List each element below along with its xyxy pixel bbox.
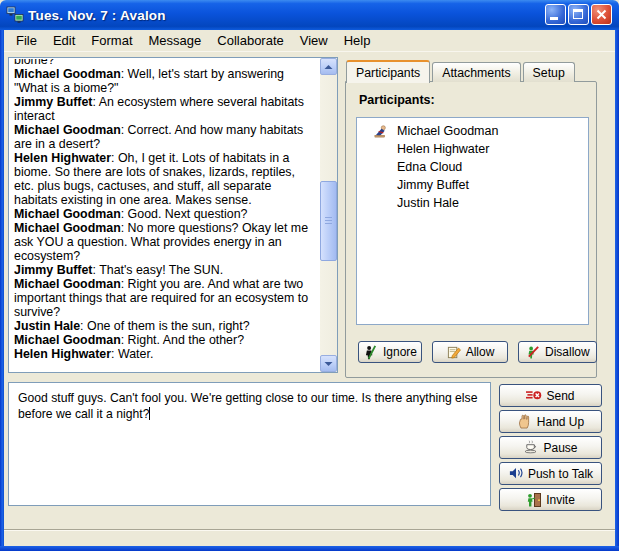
- scrollbar[interactable]: [320, 58, 337, 372]
- participant-row[interactable]: Michael Goodman: [357, 122, 588, 140]
- send-icon: [526, 388, 542, 403]
- message-author: Michael Goodman: [14, 277, 121, 291]
- message-text: One of them is the sun, right?: [87, 319, 250, 333]
- chat-message: Michael Goodman: No more questions? Okay…: [14, 221, 312, 263]
- window-frame-left: [0, 30, 4, 551]
- action-button[interactable]: Invite: [499, 488, 602, 511]
- participant-row[interactable]: Edna Cloud: [357, 158, 588, 176]
- action-button[interactable]: Hand Up: [499, 410, 602, 433]
- action-button[interactable]: Send: [499, 384, 602, 407]
- participant-name: Jimmy Buffet: [397, 178, 469, 192]
- moderation-button[interactable]: Allow: [432, 341, 508, 363]
- chat-message-list: Michael Goodman: Well, let's start by an…: [14, 67, 312, 361]
- button-label: Pause: [543, 441, 577, 455]
- menu-item[interactable]: Edit: [45, 31, 83, 50]
- titlebar[interactable]: Tues. Nov. 7 : Avalon: [0, 0, 619, 30]
- message-separator: :: [80, 319, 87, 333]
- chat-message-partial: biome?: [14, 59, 312, 67]
- message-author: Jimmy Buffet: [14, 95, 93, 109]
- participant-icon-cell: [373, 177, 397, 193]
- chat-message: Helen Highwater: Oh, I get it. Lots of h…: [14, 151, 312, 207]
- scroll-down-icon: [324, 361, 333, 367]
- message-separator: :: [111, 347, 118, 361]
- button-label: Allow: [466, 345, 495, 359]
- menu-item[interactable]: Format: [83, 31, 140, 50]
- menu-item[interactable]: File: [8, 31, 45, 50]
- message-author: Helen Highwater: [14, 347, 111, 361]
- action-buttons: Send Hand Up Pause Push to Talk: [499, 384, 602, 514]
- participant-name: Helen Highwater: [397, 142, 489, 156]
- message-author: Justin Hale: [14, 319, 80, 333]
- chat-message: Helen Highwater: Water.: [14, 347, 312, 361]
- minimize-button[interactable]: [545, 4, 566, 25]
- message-input-text: Good stuff guys. Can't fool you. We're g…: [18, 391, 477, 421]
- close-button[interactable]: [591, 4, 612, 25]
- allow-icon: [446, 345, 462, 360]
- message-input[interactable]: Good stuff guys. Can't fool you. We're g…: [8, 382, 491, 506]
- message-author: Michael Goodman: [14, 123, 121, 137]
- maximize-button[interactable]: [568, 4, 589, 25]
- participant-row[interactable]: Helen Highwater: [357, 140, 588, 158]
- message-author: Michael Goodman: [14, 333, 121, 347]
- scroll-up-icon: [324, 64, 333, 70]
- participant-name: Edna Cloud: [397, 160, 462, 174]
- menu-item[interactable]: View: [292, 31, 336, 50]
- menu-bar: File Edit Format Message Collaborate Vie…: [4, 30, 615, 52]
- message-text: Water.: [118, 347, 153, 361]
- message-separator: :: [121, 333, 128, 347]
- button-label: Ignore: [383, 345, 417, 359]
- message-separator: :: [111, 151, 118, 165]
- text-caret: [149, 407, 150, 420]
- chat-message: Michael Goodman: Correct. And how many h…: [14, 123, 312, 151]
- participant-row[interactable]: Justin Hale: [357, 194, 588, 212]
- participants-heading: Participants:: [359, 93, 435, 107]
- button-label: Send: [546, 389, 574, 403]
- window-title: Tues. Nov. 7 : Avalon: [28, 8, 166, 23]
- button-label: Push to Talk: [528, 467, 593, 481]
- scroll-up-button[interactable]: [320, 58, 337, 75]
- participants-list[interactable]: Michael Goodman Helen Highwater Edna Clo…: [356, 117, 589, 325]
- button-label: Disallow: [545, 345, 590, 359]
- moderation-button[interactable]: Ignore: [358, 341, 422, 363]
- tab[interactable]: Setup: [523, 62, 575, 82]
- message-author: Michael Goodman: [14, 221, 121, 235]
- scroll-down-button[interactable]: [320, 355, 337, 372]
- tab[interactable]: Attachments: [432, 62, 520, 82]
- window-frame-right: [615, 30, 619, 551]
- menu-item[interactable]: Collaborate: [209, 31, 292, 50]
- moderation-button[interactable]: Disallow: [518, 341, 597, 363]
- action-button[interactable]: Push to Talk: [499, 462, 602, 485]
- menu-item[interactable]: Help: [336, 31, 379, 50]
- message-separator: :: [121, 277, 128, 291]
- tab[interactable]: Participants: [346, 60, 430, 83]
- chat-message: Michael Goodman: Right. And the other?: [14, 333, 312, 347]
- menu-item[interactable]: Message: [141, 31, 210, 50]
- chat-message: Michael Goodman: Right you are. And what…: [14, 277, 312, 319]
- chat-transcript-text: biome? Michael Goodman: Well, let's star…: [14, 59, 312, 370]
- message-author: Jimmy Buffet: [14, 263, 93, 277]
- participant-row[interactable]: Jimmy Buffet: [357, 176, 588, 194]
- action-button[interactable]: Pause: [499, 436, 602, 459]
- participants-panel: Participants: Michael Goodman Helen High…: [345, 81, 597, 378]
- message-author: Michael Goodman: [14, 67, 121, 81]
- app-icon: [6, 6, 24, 24]
- participant-name: Michael Goodman: [397, 124, 498, 138]
- scroll-thumb[interactable]: [320, 181, 337, 261]
- chat-message: Justin Hale: One of them is the sun, rig…: [14, 319, 312, 333]
- message-text: Right. And the other?: [128, 333, 244, 347]
- talk-icon: [508, 466, 524, 481]
- hand-icon: [517, 414, 533, 429]
- message-separator: :: [121, 221, 128, 235]
- status-bar: [4, 529, 615, 530]
- message-separator: :: [121, 67, 128, 81]
- participant-name: Justin Hale: [397, 196, 459, 210]
- message-text: Good. Next question?: [128, 207, 248, 221]
- message-author: Helen Highwater: [14, 151, 111, 165]
- maximize-icon: [573, 9, 583, 19]
- window-frame-bottom: [0, 546, 619, 551]
- participant-icon-cell: [373, 141, 397, 157]
- minimize-icon: [550, 17, 558, 20]
- participant-icon-cell: [373, 195, 397, 211]
- close-icon: [595, 8, 608, 21]
- tab-strip: Participants Attachments Setup: [346, 60, 575, 82]
